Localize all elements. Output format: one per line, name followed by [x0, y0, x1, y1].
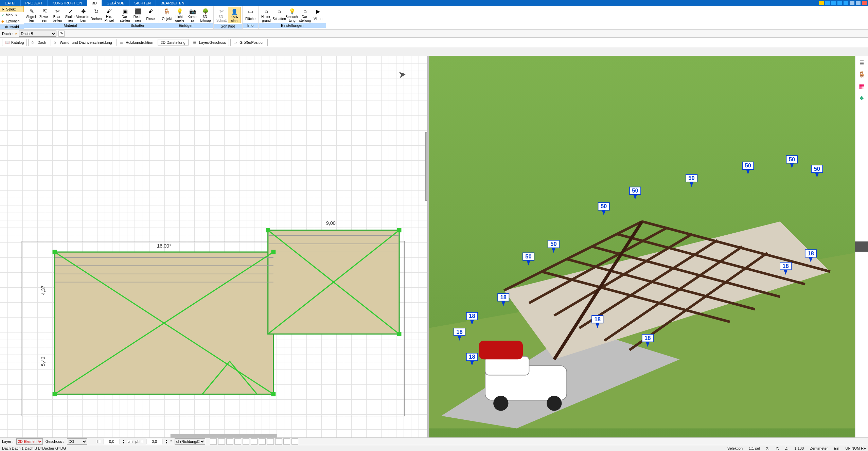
svg-text:50: 50 — [814, 166, 820, 172]
furniture-icon[interactable]: 🪑 — [858, 71, 866, 79]
direction-select[interactable]: dl (Richtung/Di — [175, 438, 205, 445]
plan-h-scrollbar[interactable] — [171, 434, 277, 437]
sub-btn-4[interactable]: 2D Darstellung — [158, 39, 189, 46]
status-left: Dach Dach 1 Dach B L=Dächer G=DG — [2, 446, 66, 450]
check-icon: ✔ — [1, 14, 5, 17]
sub-btn-3[interactable]: ☰Holzkonstruktion — [117, 39, 156, 46]
stack-icon[interactable] — [234, 438, 241, 445]
optionen-button[interactable]: ✚ Optionen — [0, 18, 24, 24]
spin-up-icon[interactable]: ▲ — [165, 439, 167, 441]
menu-tab-bearbeiten[interactable]: BEARBEITEN — [156, 0, 190, 6]
plane-icon[interactable] — [259, 438, 266, 445]
tree-icon[interactable]: ♣ — [858, 94, 866, 102]
sub-btn-2[interactable]: ⌂Wand- und Dachverschneidung — [51, 39, 115, 46]
ribbon-item-label: Kolli- sion — [231, 15, 238, 23]
svg-marker-57 — [602, 210, 605, 215]
ribbon-item[interactable]: 💡Beleuch- tung — [286, 7, 299, 22]
ribbon-item[interactable]: ✎Abgrei- fen — [25, 7, 38, 22]
ribbon-item-icon: ⤢ — [66, 7, 75, 15]
plane2-icon[interactable] — [267, 438, 274, 445]
spin-down-icon[interactable]: ▼ — [123, 441, 125, 444]
ribbon-item[interactable]: ▭Fläche — [244, 7, 257, 22]
ribbon-item[interactable]: ⇱Zuwei- sen — [38, 7, 51, 22]
ribbon-item[interactable]: ↻Drehen — [90, 7, 103, 22]
sub-btn-0[interactable]: 📖Katalog — [2, 39, 27, 46]
more-icon[interactable] — [291, 438, 298, 445]
ribbon-item[interactable]: ⌂Hinter- grund — [260, 7, 273, 22]
ribbon-item[interactable]: 👤Kolli- sion — [228, 7, 241, 23]
layer-select[interactable]: 2D-Elemen — [16, 438, 43, 445]
ribbon-item-label: Fläche — [245, 15, 255, 22]
ribbon-item[interactable]: ✂Bear- beiten — [51, 7, 64, 22]
geschoss-select[interactable]: DG — [67, 438, 87, 445]
ribbon-group-einfügen: 🪑Objekt💡Licht- quelle📷Kame- ra🌳3D- Bitma… — [159, 6, 214, 29]
ribbon-item: ✂3D- Schnitt — [215, 7, 228, 23]
surface-icon[interactable] — [243, 438, 249, 445]
surface2-icon[interactable] — [251, 438, 258, 445]
north-icon[interactable] — [283, 438, 290, 445]
menu-tab-sichten[interactable]: SICHTEN — [129, 0, 156, 6]
ribbon-item[interactable]: ⌂Dar- stellung — [299, 7, 312, 22]
pencil-icon[interactable]: ✎ — [58, 31, 65, 37]
plus-icon: ✚ — [1, 20, 5, 23]
svg-rect-22 — [266, 228, 270, 232]
menu-tab-konstruktion[interactable]: KONSTRUKTION — [48, 0, 87, 6]
ribbon-item[interactable]: 💡Licht- quelle — [173, 7, 186, 22]
ribbon-item[interactable]: 🖌Hin. Pinsel — [103, 7, 116, 22]
svg-text:5,42: 5,42 — [40, 357, 46, 366]
ribbon-item[interactable]: ▶Video — [312, 7, 324, 22]
ribbon-item[interactable]: ⤢Skalie- ren — [64, 7, 77, 22]
ribbon-item[interactable]: ▣Dar- stellen — [119, 7, 131, 22]
ribbon-item[interactable]: ⌂Schatten — [273, 7, 286, 22]
dach-select[interactable]: Dach B — [19, 31, 56, 37]
ribbon-item[interactable]: 🪑Objekt — [160, 7, 173, 22]
tool-icon[interactable] — [831, 1, 836, 5]
ribbon-item-label: 3D- Bitmap — [200, 15, 211, 22]
ribbon-item[interactable]: ⬛Rech- nen — [131, 7, 144, 22]
ribbon-item-label: Zuwei- sen — [39, 15, 50, 22]
clock-icon[interactable] — [210, 438, 217, 445]
deg-label: ° — [170, 439, 172, 444]
phi-input[interactable] — [146, 439, 162, 444]
spin-up-icon[interactable]: ▲ — [123, 439, 125, 441]
view-3d[interactable]: 50505050505050501818181818181818 — [429, 56, 855, 437]
spin-down-icon[interactable]: ▼ — [165, 441, 167, 444]
ribbon-group-material: ✎Abgrei- fen⇱Zuwei- sen✂Bear- beiten⤢Ska… — [24, 6, 117, 29]
palette-icon[interactable]: ▦ — [858, 82, 866, 90]
side-rail-handle[interactable] — [855, 241, 868, 252]
tool-icon[interactable] — [837, 1, 842, 5]
length-input[interactable] — [104, 439, 120, 444]
mark-button[interactable]: ✔ Mark. ▾ — [0, 12, 24, 18]
selekt-button[interactable]: ➤ Selekt — [0, 6, 24, 12]
tool-icon[interactable] — [825, 1, 830, 5]
ribbon-item[interactable]: ✥Verschie- ben — [77, 7, 90, 22]
sub-btn-6[interactable]: ▭Größe/Position — [230, 39, 267, 46]
tool-icon[interactable] — [819, 1, 824, 5]
grid-icon[interactable] — [275, 438, 282, 445]
menu-tab-3d[interactable]: 3D — [87, 0, 102, 6]
maximize-button[interactable] — [856, 1, 861, 5]
ribbon-item[interactable]: 🖌Pinsel — [144, 7, 157, 22]
plan-v-scrollbar[interactable] — [425, 132, 429, 201]
layers-icon[interactable]: ≣ — [858, 59, 866, 67]
group-caption: Sonstige — [214, 24, 242, 29]
sub-btn-5[interactable]: ≣Layer/Geschoss — [190, 39, 229, 46]
minimize-button[interactable] — [850, 1, 854, 5]
sub-btn-1[interactable]: ⌂Dach — [28, 39, 49, 46]
ribbon-item[interactable]: 📷Kame- ra — [186, 7, 199, 22]
help-icon[interactable] — [844, 1, 848, 5]
timer-icon[interactable] — [218, 438, 225, 445]
menu-tab-gelaende[interactable]: GELÄNDE — [102, 0, 130, 6]
status-ratio: 1:1 sel — [749, 446, 760, 450]
chevron-down-icon: ▾ — [15, 13, 17, 17]
menu-tab-datei[interactable]: DATEI — [0, 0, 21, 6]
close-button[interactable] — [862, 1, 867, 5]
sub-btn-icon: ⌂ — [31, 40, 36, 45]
svg-rect-20 — [53, 392, 57, 396]
group-icon[interactable] — [226, 438, 233, 445]
quickprop-label: Dach : — [2, 32, 13, 36]
ribbon-item[interactable]: 🌳3D- Bitmap — [199, 7, 212, 22]
menu-tab-projekt[interactable]: PROJEKT — [21, 0, 48, 6]
sub-btn-label: Katalog — [11, 40, 24, 44]
plan-2d-view[interactable]: ➤ — [0, 56, 429, 437]
